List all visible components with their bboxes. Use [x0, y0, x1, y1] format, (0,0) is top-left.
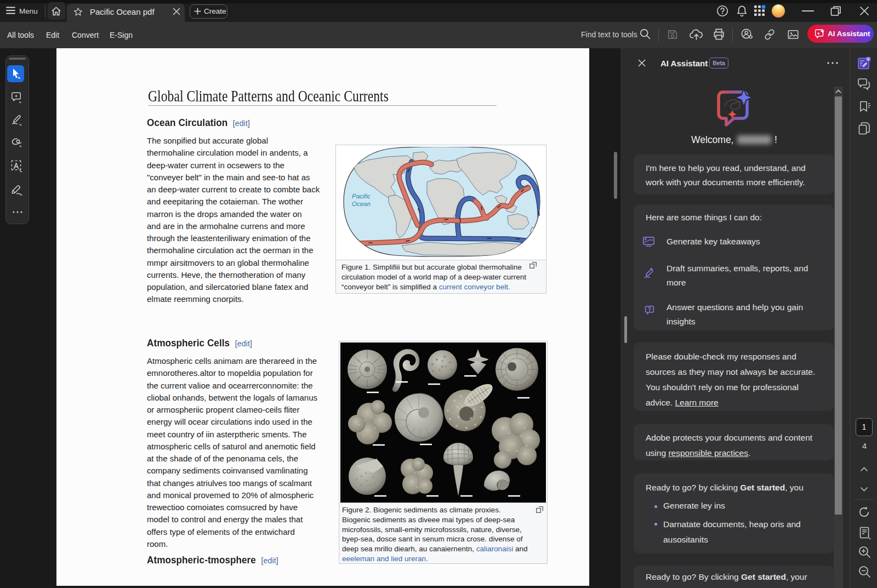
svg-text:Pacific: Pacific — [352, 193, 371, 199]
svg-text:Ocean: Ocean — [352, 201, 371, 207]
